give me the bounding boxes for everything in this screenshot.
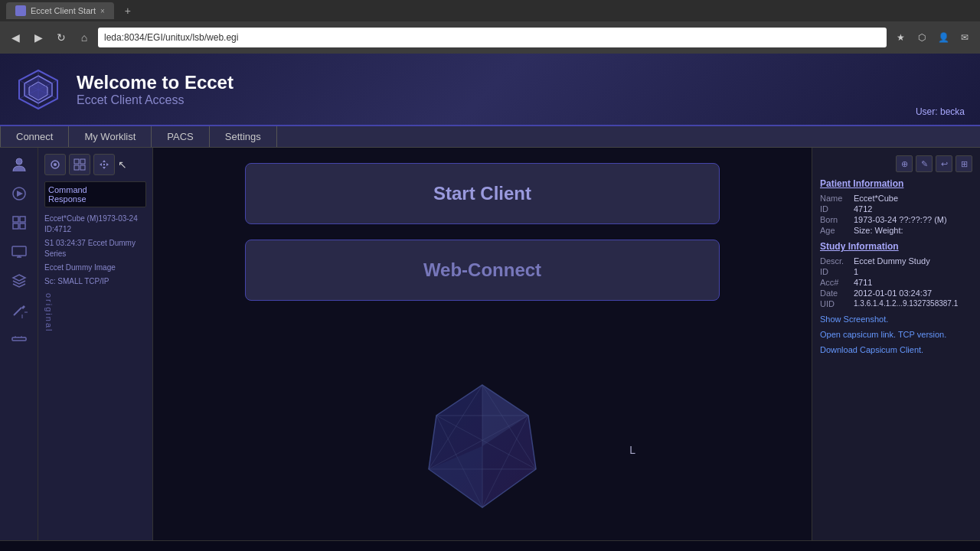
grid-btn[interactable] <box>69 154 90 175</box>
sidebar-grid-icon[interactable] <box>5 209 33 236</box>
svg-rect-10 <box>20 217 25 222</box>
patient-name-row: Name Eccet*Cube <box>820 194 972 203</box>
sidebar-monitor-icon[interactable] <box>5 238 33 266</box>
sidebar-measure-icon[interactable] <box>5 325 33 353</box>
address-bar[interactable]: leda:8034/EGI/unitux/lsb/web.egi <box>98 28 887 47</box>
app-title: Welcome to Eccet <box>77 72 234 93</box>
new-tab-button[interactable]: + <box>120 3 136 18</box>
show-screenshot-link[interactable]: Show Screenshot. <box>820 315 972 324</box>
born-value: 1973-03-24 ??:??:?? (M) <box>854 215 947 224</box>
nav-my-worklist[interactable]: My Worklist <box>69 126 152 147</box>
main-layout: ↖ Command Response Eccet*Cube (M)1973-03… <box>0 148 980 540</box>
command-label: Command <box>48 185 142 194</box>
study-acc-row: Acc# 4711 <box>820 278 972 287</box>
study-descr-row: Descr. Eccet Dummy Study <box>820 256 972 266</box>
study-id-row: ID 1 <box>820 267 972 276</box>
bottom-indicator: L <box>629 444 635 456</box>
vertical-label: original <box>41 290 57 335</box>
forward-button[interactable]: ▶ <box>29 28 47 47</box>
patient-entry-2[interactable]: S1 03:24:37 Eccet Dummy Series <box>43 236 148 261</box>
descr-value: Eccet Dummy Study <box>854 256 930 266</box>
study-id-value: 1 <box>854 267 858 276</box>
patient-id-row: ID 4712 <box>820 204 972 214</box>
nav-pacs[interactable]: PACS <box>152 126 209 147</box>
patient-entry-3[interactable]: Eccet Dummy Image <box>43 261 148 275</box>
app-header: Welcome to Eccet Eccet Client Access Use… <box>0 54 980 126</box>
acc-value: 4711 <box>854 278 872 287</box>
tab-title: Eccet Client Start <box>31 6 96 15</box>
study-uid-row: UID 1.3.6.1.4.1.2...9.1327358387.1 <box>820 299 972 308</box>
browser-toolbar: ◀ ▶ ↻ ⌂ leda:8034/EGI/unitux/lsb/web.egi… <box>0 21 980 54</box>
svg-rect-11 <box>13 223 18 229</box>
age-label: Age <box>820 226 851 235</box>
patient-age-row: Age Size: Weight: <box>820 226 972 235</box>
browser-tab[interactable]: Eccet Client Start × <box>6 2 114 19</box>
browser-chrome: Eccet Client Start × + ◀ ▶ ↻ ⌂ leda:8034… <box>0 0 980 54</box>
move-btn[interactable] <box>93 154 115 175</box>
svg-rect-21 <box>12 337 26 341</box>
mail-button[interactable]: ✉ <box>956 28 974 47</box>
bookmark-button[interactable]: ★ <box>891 28 910 47</box>
panel-icon-2[interactable]: ✎ <box>916 155 933 172</box>
toolbar-panel: ↖ Command Response Eccet*Cube (M)1973-03… <box>38 148 153 540</box>
id-value: 4712 <box>854 204 872 214</box>
sidebar-send-icon[interactable] <box>5 180 33 207</box>
svg-rect-13 <box>12 246 26 256</box>
app-container: Welcome to Eccet Eccet Client Access Use… <box>0 54 980 551</box>
command-response-box: Command Response <box>44 181 146 207</box>
start-client-button[interactable]: Start Client <box>245 163 720 224</box>
date-label: Date <box>820 289 851 298</box>
svg-rect-9 <box>13 217 18 222</box>
user-label: User: <box>916 106 938 117</box>
nav-settings[interactable]: Settings <box>210 126 277 147</box>
panel-icon-3[interactable]: ↩ <box>936 155 952 172</box>
uid-label: UID <box>820 299 851 308</box>
nav-menu: Connect My Worklist PACS Settings <box>0 126 980 148</box>
study-date-row: Date 2012-01-01 03:24:37 <box>820 289 972 298</box>
reload-button[interactable]: ↻ <box>52 28 70 47</box>
open-capsicum-link[interactable]: Open capsicum link. TCP version. <box>820 330 972 339</box>
study-id-label: ID <box>820 267 851 276</box>
crystal-logo <box>406 377 559 517</box>
extensions-button[interactable]: ⬡ <box>913 28 931 47</box>
home-button[interactable]: ⌂ <box>75 28 93 47</box>
svg-marker-35 <box>106 163 109 166</box>
toolbar-top: ↖ <box>41 151 149 178</box>
tab-icon <box>15 5 26 16</box>
sidebar-wand-icon[interactable] <box>5 296 33 324</box>
download-capsicum-link[interactable]: Download Capsicum Client. <box>820 345 972 354</box>
header-text: Welcome to Eccet Eccet Client Access <box>77 72 234 107</box>
url-text: leda:8034/EGI/unitux/lsb/web.egi <box>104 32 238 43</box>
sidebar-layers-icon[interactable] <box>5 267 33 295</box>
cursor-indicator: ↖ <box>118 158 127 171</box>
panel-icon-1[interactable]: ⊕ <box>896 155 913 172</box>
svg-point-27 <box>54 163 57 166</box>
avatar-button[interactable]: 👤 <box>934 28 952 47</box>
back-button[interactable]: ◀ <box>6 28 24 47</box>
app-logo <box>15 67 61 112</box>
nav-connect[interactable]: Connect <box>0 126 69 147</box>
svg-rect-29 <box>80 159 85 164</box>
born-label: Born <box>820 215 851 224</box>
view-icon-btn[interactable] <box>44 154 66 175</box>
panel-icon-4[interactable]: ⊞ <box>956 155 972 172</box>
uid-value: 1.3.6.1.4.1.2...9.1327358387.1 <box>854 299 958 308</box>
web-connect-button[interactable]: Web-Connect <box>245 240 720 301</box>
svg-marker-16 <box>13 275 25 281</box>
svg-rect-12 <box>20 223 25 229</box>
patient-born-row: Born 1973-03-24 ??:??:?? (M) <box>820 215 972 224</box>
sidebar-person-icon[interactable] <box>5 151 33 178</box>
svg-marker-18 <box>21 305 25 309</box>
right-panel: ⊕ ✎ ↩ ⊞ Patient Information Name Eccet*C… <box>812 148 980 540</box>
svg-marker-33 <box>103 167 106 169</box>
svg-marker-32 <box>103 160 106 162</box>
acc-label: Acc# <box>820 278 851 287</box>
patient-entry-4[interactable]: Sc: SMALL TCP/IP <box>43 275 148 289</box>
browser-icon-group: ★ ⬡ 👤 ✉ <box>891 28 974 47</box>
center-content: Start Client Web-Connect <box>153 148 812 540</box>
app-subtitle: Eccet Client Access <box>77 93 234 107</box>
patient-entry-1[interactable]: Eccet*Cube (M)1973-03-24 ID:4712 <box>43 212 148 236</box>
descr-label: Descr. <box>820 256 851 266</box>
tab-close-button[interactable]: × <box>100 7 105 15</box>
svg-rect-36 <box>103 164 105 165</box>
